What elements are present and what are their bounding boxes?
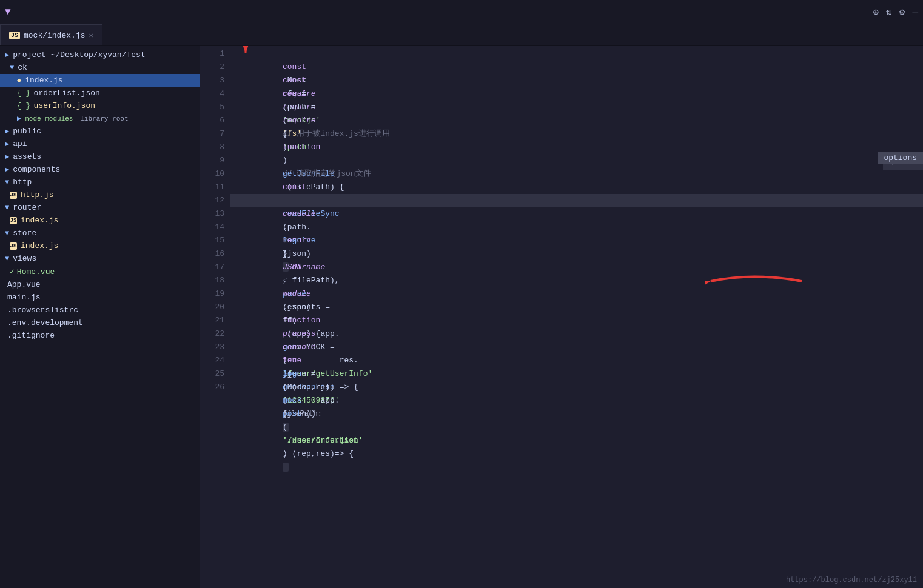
env-dev-label: .env.development [5, 318, 195, 327]
code-line-12 [230, 194, 923, 207]
line-num-9: 9 [200, 154, 224, 167]
code-line-1: const Mock = require ( 'mockjs' ) [230, 47, 923, 61]
sidebar-item-components[interactable]: ▶ components [0, 163, 200, 176]
code-line-2: const fs = require ( 'fs' ) [230, 61, 923, 74]
line-num-20: 20 [200, 301, 224, 314]
line-num-26: 26 [200, 381, 224, 394]
line-num-5: 5 [200, 101, 224, 114]
sidebar-item-router-index[interactable]: JS index.js [0, 214, 200, 227]
titlebar-controls: ⊕ ⇅ ⚙ — [873, 6, 918, 18]
http-js-label: http.js [21, 190, 195, 199]
js-badge-icon: JS [10, 217, 17, 224]
line-num-10: 10 [200, 167, 224, 181]
js-icon: ◆ [17, 76, 21, 85]
sidebar-item-userinfo[interactable]: { } userInfo.json [0, 99, 200, 112]
line-num-8: 8 [200, 141, 224, 154]
js-badge-icon: JS [10, 242, 17, 250]
line-num-13: 13 [200, 207, 224, 221]
orderlist-label: orderList.json [34, 89, 195, 98]
line-num-23: 23 [200, 341, 224, 354]
code-editor: 1 2 3 4 5 6 7 8 9 10 11 12 13 14 15 16 1… [200, 46, 923, 588]
sidebar-item-public[interactable]: ▶ public [0, 125, 200, 138]
folder-icon: ▶ [5, 152, 9, 161]
code-line-21: console . log ( '1234509876' ) [230, 314, 923, 327]
folder-icon: ▼ [5, 178, 9, 187]
sidebar-item-orderlist[interactable]: { } orderList.json [0, 87, 200, 99]
line-num-3: 3 [200, 74, 224, 87]
public-label: public [13, 127, 195, 136]
app-vue-label: App.vue [5, 280, 195, 289]
folder-icon: ▶ [5, 50, 9, 59]
api-label: api [13, 139, 195, 149]
code-line-19 [230, 287, 923, 301]
code-line-9: const json = fs. readFileSync (path. res… [230, 154, 923, 167]
tab-mock-index[interactable]: JS mock/index.js ✕ [0, 24, 102, 45]
code-line-18: ▽ if( process .env.MOCK = true ){ [230, 274, 923, 287]
http-label: http [13, 178, 195, 187]
main-area: ▶ project ~/Desktop/xyvan/Test ▼ ck ◆ in… [0, 46, 923, 588]
tab-label: mock/index.js [24, 31, 85, 40]
folder-icon: ▼ [5, 204, 9, 212]
code-line-17: ◁ module .exports = function (app) { [230, 261, 923, 274]
minimize-icon[interactable]: — [912, 7, 918, 18]
sidebar-item-store[interactable]: ▼ store [0, 227, 200, 239]
tabbar: JS mock/index.js ✕ [0, 24, 923, 46]
components-label: components [13, 165, 195, 174]
code-content[interactable]: const Mock = require ( 'mockjs' ) [230, 46, 923, 588]
sidebar-item-http-js[interactable]: JS http.js [0, 189, 200, 201]
code-line-3: const path = require ( 'path' ) [230, 74, 923, 87]
line-num-15: 15 [200, 234, 224, 247]
target-icon[interactable]: ⊕ [873, 6, 879, 18]
code-line-5: // 用于被index.js进行调用 [230, 101, 923, 114]
home-vue-label: Home.vue [17, 267, 195, 276]
code-line-7 [230, 127, 923, 141]
sidebar-item-browserslistrc[interactable]: .browserslistrc [0, 304, 200, 316]
line-num-19: 19 [200, 287, 224, 301]
sidebar-project-heading[interactable]: ▶ project ~/Desktop/xyvan/Test [0, 48, 200, 61]
split-icon[interactable]: ⇅ [886, 6, 892, 18]
code-line-6: ◁ function getJsonFile (filePath) { [230, 114, 923, 127]
sidebar-item-store-index[interactable]: JS index.js [0, 239, 200, 252]
code-line-20: ▷ app. get ( '/user/getUserInfo' , (rep,… [230, 301, 923, 314]
code-line-26: app. post ( '/user/orderList' , (rep,res… [230, 381, 923, 394]
code-line-23: res. json (Mock. mock (json)) [230, 341, 923, 354]
options-floating-label[interactable]: options [878, 152, 923, 164]
line-num-1: 1 [200, 47, 224, 61]
sidebar-item-router[interactable]: ▼ router [0, 201, 200, 214]
sidebar-item-api[interactable]: ▶ api [0, 138, 200, 150]
arrow-up-icon [227, 46, 264, 62]
checkmark-icon: ✓ [10, 267, 15, 276]
folder-icon: ▶ [5, 127, 9, 136]
tab-close-button[interactable]: ✕ [89, 31, 93, 40]
code-line-14: ▽ } [230, 221, 923, 234]
ck-label: ck [18, 63, 195, 72]
userinfo-label: userInfo.json [34, 101, 195, 110]
assets-label: assets [13, 152, 195, 161]
sidebar-item-gitignore[interactable]: .gitignore [0, 329, 200, 342]
code-line-15 [230, 234, 923, 247]
router-label: router [13, 203, 195, 212]
sidebar-item-app-vue[interactable]: App.vue [0, 278, 200, 291]
sidebar-item-node-modules[interactable]: ▶ node_modules library root [0, 112, 200, 125]
line-num-2: 2 [200, 61, 224, 74]
line-num-25: 25 [200, 367, 224, 381]
sidebar-item-index-js[interactable]: ◆ index.js [0, 74, 200, 87]
gitignore-label: .gitignore [5, 331, 195, 340]
folder-icon: ▼ [10, 64, 14, 72]
sidebar-item-views[interactable]: ▼ views [0, 252, 200, 265]
project-label: project ~/Desktop/xyvan/Test [13, 50, 195, 59]
line-num-12: 12 [200, 194, 224, 207]
sidebar-item-http[interactable]: ▼ http [0, 176, 200, 189]
sidebar-item-main-js[interactable]: main.js [0, 291, 200, 304]
sidebar-item-env-dev[interactable]: .env.development [0, 316, 200, 329]
sidebar-item-home-vue[interactable]: ✓ Home.vue [0, 265, 200, 278]
folder-icon: ▼ [5, 229, 9, 238]
browserslistrc-label: .browserslistrc [5, 306, 195, 315]
sidebar-item-assets[interactable]: ▶ assets [0, 150, 200, 163]
line-numbers: 1 2 3 4 5 6 7 8 9 10 11 12 13 14 15 16 1… [200, 46, 230, 588]
settings-icon[interactable]: ⚙ [899, 6, 905, 18]
code-area[interactable]: 1 2 3 4 5 6 7 8 9 10 11 12 13 14 15 16 1… [200, 46, 923, 588]
sidebar-item-ck[interactable]: ▼ ck [0, 61, 200, 74]
line-num-4: 4 [200, 87, 224, 101]
line-num-17: 17 [200, 261, 224, 274]
